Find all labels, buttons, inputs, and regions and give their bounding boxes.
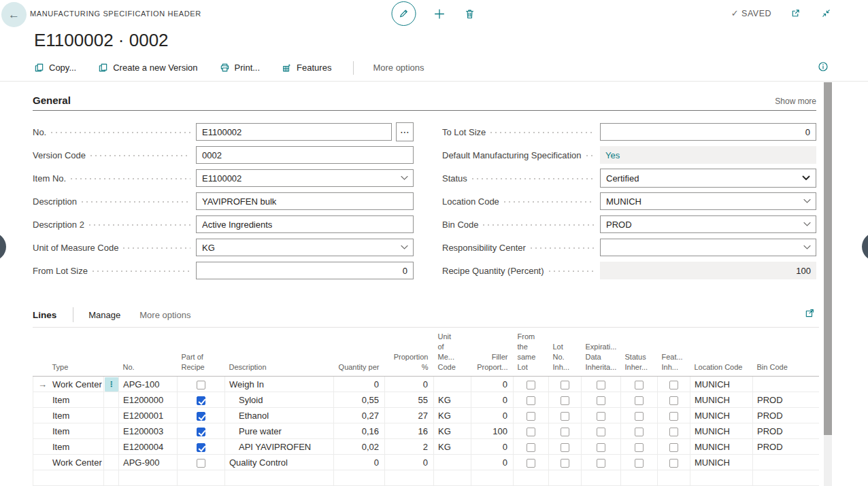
cell-bin[interactable]: PROD — [753, 408, 820, 423]
responsibility-center-input[interactable] — [600, 239, 816, 256]
cell-prop[interactable]: 0 — [385, 455, 434, 470]
lot_inh-checkbox[interactable] — [561, 459, 569, 468]
same_lot-checkbox[interactable] — [527, 428, 535, 436]
same_lot-checkbox[interactable] — [527, 381, 535, 389]
lines-section-title[interactable]: Lines — [33, 310, 56, 320]
column-header-same_lot[interactable]: From the same Lot — [514, 328, 549, 377]
part-checkbox[interactable] — [197, 443, 205, 452]
cell-lot_inh[interactable] — [549, 439, 582, 455]
cell-menu[interactable] — [104, 392, 119, 408]
cell-no[interactable]: APG-900 — [119, 455, 178, 470]
part-checkbox[interactable] — [197, 396, 205, 405]
cell-exp_inh[interactable] — [582, 455, 621, 470]
manage-action[interactable]: Manage — [88, 310, 120, 320]
cell-menu[interactable] — [104, 455, 119, 470]
cell-type[interactable]: Item — [33, 423, 104, 439]
cell-no[interactable]: E1200004 — [119, 439, 178, 455]
feat_inh-checkbox[interactable] — [669, 381, 678, 389]
cell-type[interactable]: Item — [33, 408, 104, 423]
scrollbar-thumb[interactable] — [824, 82, 832, 435]
column-header-uom[interactable]: Unit of Me... Code — [434, 328, 471, 377]
cell-uom[interactable] — [434, 377, 471, 392]
cell-bin[interactable] — [753, 377, 820, 392]
edit-button[interactable] — [392, 1, 416, 26]
chevron-down-icon[interactable] — [401, 245, 408, 250]
feat_inh-checkbox[interactable] — [669, 412, 678, 421]
cell-bin[interactable]: PROD — [753, 423, 820, 439]
description2-input[interactable] — [196, 215, 414, 233]
cell-filler[interactable]: 0 — [471, 455, 514, 470]
status_inh-checkbox[interactable] — [635, 396, 644, 405]
cell-status_inh[interactable] — [621, 408, 658, 423]
location-code-input[interactable] — [600, 192, 816, 210]
lot_inh-checkbox[interactable] — [561, 396, 569, 405]
part-checkbox[interactable] — [197, 428, 205, 436]
column-header-lot_inh[interactable]: Lot No. Inh... — [549, 328, 582, 377]
cell-lot_inh[interactable] — [549, 392, 582, 408]
chevron-down-icon[interactable] — [803, 199, 811, 204]
cell-exp_inh[interactable] — [582, 423, 621, 439]
cell-same_lot[interactable] — [514, 439, 549, 455]
part-checkbox[interactable] — [197, 459, 205, 468]
cell-location[interactable]: MUNICH — [690, 392, 753, 408]
cell-description[interactable]: API YAVIPROFEN — [225, 439, 334, 455]
general-section-title[interactable]: General — [33, 94, 71, 106]
cell-prop[interactable]: 55 — [385, 392, 434, 408]
cell-type[interactable]: →Work Center — [33, 377, 104, 392]
lot_inh-checkbox[interactable] — [561, 443, 569, 452]
cell-status_inh[interactable] — [621, 423, 658, 439]
cell-prop[interactable]: 16 — [385, 423, 434, 439]
vertical-scrollbar[interactable] — [824, 82, 832, 486]
uom-code-input[interactable] — [196, 239, 414, 256]
cell-status_inh[interactable] — [621, 377, 658, 392]
cell-same_lot[interactable] — [514, 408, 549, 423]
cell-same_lot[interactable] — [514, 423, 549, 439]
row-context-menu-icon[interactable]: ⋮ — [105, 377, 118, 392]
features-action[interactable]: Features — [282, 63, 331, 73]
no-input[interactable] — [196, 123, 392, 141]
cell-exp_inh[interactable] — [582, 377, 621, 392]
cell-lot_inh[interactable] — [549, 377, 582, 392]
delete-button[interactable] — [463, 7, 477, 21]
assist-edit-button[interactable]: ⋯ — [396, 122, 414, 141]
cell-menu[interactable] — [104, 439, 119, 455]
cell-status_inh[interactable] — [621, 392, 658, 408]
cell-exp_inh[interactable] — [582, 439, 621, 455]
cell-type[interactable]: Work Center — [33, 455, 104, 470]
cell-uom[interactable]: KG — [434, 408, 471, 423]
column-header-description[interactable]: Description — [225, 328, 334, 377]
version-code-input[interactable] — [196, 146, 414, 164]
cell-filler[interactable]: 0 — [471, 439, 514, 455]
cell-qty[interactable]: 0,02 — [334, 439, 385, 455]
cell-filler[interactable]: 0 — [471, 377, 514, 392]
column-header-location[interactable]: Location Code — [690, 328, 753, 377]
cell-no[interactable]: E1200000 — [119, 392, 178, 408]
cell-feat_inh[interactable] — [658, 408, 690, 423]
cell-uom[interactable]: KG — [434, 439, 471, 455]
column-header-type[interactable]: Type — [33, 328, 104, 377]
cell-feat_inh[interactable] — [658, 455, 690, 470]
cell-filler[interactable]: 0 — [471, 408, 514, 423]
feat_inh-checkbox[interactable] — [669, 459, 678, 468]
cell-qty[interactable]: 0 — [334, 455, 385, 470]
column-header-qty[interactable]: Quantity per — [334, 328, 385, 377]
status_inh-checkbox[interactable] — [635, 412, 644, 421]
cell-feat_inh[interactable] — [658, 423, 690, 439]
cell-description[interactable]: Quality Control — [225, 455, 334, 470]
create-version-action[interactable]: Create a new Version — [98, 63, 197, 73]
item-no-input[interactable] — [196, 169, 414, 187]
cell-qty[interactable]: 0,55 — [334, 392, 385, 408]
lot_inh-checkbox[interactable] — [561, 412, 569, 421]
exp_inh-checkbox[interactable] — [597, 428, 605, 436]
cell-bin[interactable] — [753, 455, 820, 470]
column-header-exp_inh[interactable]: Expirati... Data Inherita... — [582, 328, 621, 377]
cell-qty[interactable]: 0,27 — [334, 408, 385, 423]
part-checkbox[interactable] — [197, 381, 205, 389]
cell-type[interactable]: Item — [33, 392, 104, 408]
same_lot-checkbox[interactable] — [527, 412, 535, 421]
status-select[interactable]: Certified — [600, 169, 816, 188]
collapse-window-button[interactable] — [820, 7, 833, 20]
default-spec-value[interactable]: Yes — [605, 150, 620, 160]
cell-status_inh[interactable] — [621, 455, 658, 470]
lot_inh-checkbox[interactable] — [561, 381, 569, 389]
